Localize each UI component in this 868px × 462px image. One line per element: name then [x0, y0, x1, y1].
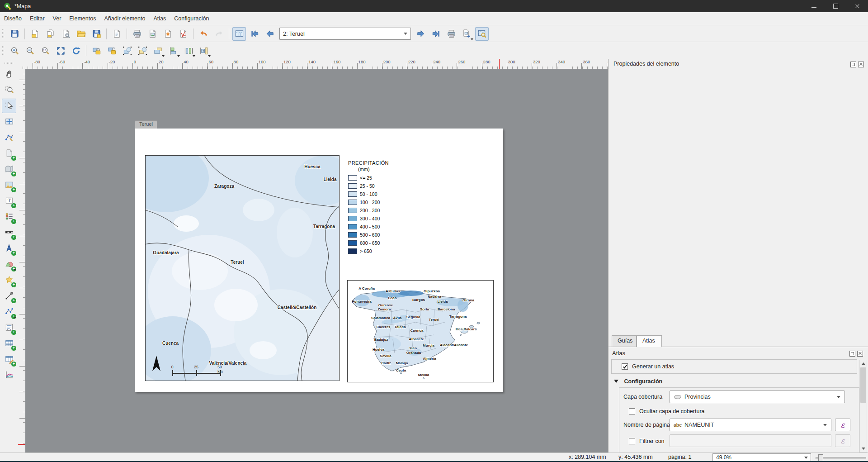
- menu-configuración[interactable]: Configuración: [170, 14, 213, 24]
- filter-input[interactable]: [670, 434, 831, 447]
- export-image-button[interactable]: [146, 27, 159, 41]
- toolbar-grip[interactable]: [2, 46, 5, 56]
- atlas-settings-button[interactable]: [475, 27, 489, 41]
- pan-tool-button[interactable]: [2, 67, 16, 81]
- scrollbar-thumb[interactable]: [860, 367, 866, 403]
- coverage-layer-combo[interactable]: Provincias: [670, 391, 845, 403]
- zoom-out-button[interactable]: [23, 44, 37, 57]
- layout-page[interactable]: HuescaLleidaZaragozaTarragonaGuadalajara…: [135, 129, 503, 392]
- refresh-button[interactable]: [69, 44, 83, 57]
- raise-items-button[interactable]: [151, 44, 165, 57]
- add-arrow-tool-button[interactable]: +: [2, 289, 16, 303]
- panel-close-icon[interactable]: [858, 62, 864, 67]
- add-marker-tool-button[interactable]: +: [2, 273, 16, 287]
- align-items-button[interactable]: [166, 44, 180, 57]
- scroll-down-icon[interactable]: [860, 445, 867, 452]
- unlock-items-button[interactable]: [105, 44, 118, 57]
- print-atlas-button[interactable]: [444, 27, 458, 41]
- add-scalebar-tool-button[interactable]: +: [2, 225, 16, 240]
- legend-class-row: 600 - 650: [348, 239, 411, 247]
- zoom-in-button[interactable]: [8, 44, 21, 57]
- add-elevation-profile-tool-button[interactable]: [2, 368, 16, 382]
- ungroup-items-button[interactable]: [136, 44, 149, 57]
- close-icon: [855, 4, 860, 9]
- add-page-tool-button[interactable]: +: [2, 146, 16, 161]
- close-button[interactable]: [846, 0, 868, 12]
- toolbar-grip[interactable]: [4, 62, 14, 64]
- atlas-next-button[interactable]: [414, 27, 427, 41]
- add-map-tool-button[interactable]: +: [2, 162, 16, 176]
- filter-expression-button[interactable]: ε: [835, 434, 850, 447]
- menu-añadir-elemento[interactable]: Añadir elemento: [100, 14, 149, 24]
- generate-atlas-checkbox[interactable]: [622, 363, 628, 370]
- layout-manager-button[interactable]: [59, 27, 72, 41]
- add-badge-icon: +: [11, 155, 17, 161]
- select-move-item-tool-button[interactable]: [2, 99, 16, 113]
- layout-canvas[interactable]: Teruel: [25, 69, 608, 452]
- filter-checkbox[interactable]: [629, 438, 635, 444]
- zoom-actual-button[interactable]: 1:1: [38, 44, 52, 57]
- add-legend-tool-button[interactable]: +: [2, 210, 16, 224]
- config-section-header[interactable]: Configuración: [614, 378, 662, 385]
- menu-editar[interactable]: Editar: [26, 14, 49, 24]
- duplicate-layout-button[interactable]: [43, 27, 57, 41]
- move-item-content-tool-button[interactable]: [2, 114, 16, 129]
- atlas-prev-button[interactable]: [263, 27, 277, 41]
- hide-coverage-checkbox[interactable]: [629, 408, 635, 414]
- new-layout-button[interactable]: [28, 27, 42, 41]
- minimize-button[interactable]: [803, 0, 825, 12]
- redo-button[interactable]: [212, 27, 226, 41]
- save-project-button[interactable]: [8, 27, 21, 41]
- tab-atlas[interactable]: Atlas: [637, 335, 662, 347]
- add-node-item-tool-button[interactable]: +: [2, 305, 16, 319]
- add-attribute-table-tool-button[interactable]: +: [2, 336, 16, 351]
- atlas-close-icon[interactable]: [857, 351, 863, 357]
- distribute-items-button[interactable]: [182, 44, 195, 57]
- undo-button[interactable]: [197, 27, 210, 41]
- zoom-slider-handle[interactable]: [818, 454, 823, 462]
- open-layout-button[interactable]: [74, 27, 88, 41]
- menu-diseño[interactable]: Diseño: [0, 14, 26, 24]
- save-as-template-button[interactable]: [90, 27, 103, 41]
- legend-item[interactable]: PRECIPITACIÓN (mm) <= 2525 - 5050 - 1001…: [348, 160, 411, 255]
- group-items-button[interactable]: [120, 44, 134, 57]
- page-name-combo[interactable]: abc NAMEUNIT: [670, 419, 831, 431]
- export-svg-button[interactable]: [161, 27, 175, 41]
- menu-elementos[interactable]: Elementos: [65, 14, 100, 24]
- add-html-tool-button[interactable]: +: [2, 320, 16, 335]
- add-label-tool-button[interactable]: T+: [2, 194, 16, 208]
- zoom-level-combo[interactable]: 49.0%: [712, 453, 811, 462]
- menu-ver[interactable]: Ver: [49, 14, 66, 24]
- resize-items-button[interactable]: [197, 44, 211, 57]
- abc-field-type-icon: abc: [674, 422, 682, 428]
- atlas-first-button[interactable]: [248, 27, 261, 41]
- overview-map-item[interactable]: A CoruñaAsturiasGipuzkoaNavarraLeónBurgo…: [347, 280, 494, 382]
- main-map-item[interactable]: HuescaLleidaZaragozaTarragonaGuadalajara…: [145, 155, 340, 381]
- page-name-expression-button[interactable]: ε: [835, 419, 850, 431]
- atlas-feature-combo[interactable]: 2: Teruel: [279, 28, 411, 40]
- tab-guias[interactable]: Guías: [612, 335, 637, 347]
- print-button[interactable]: [130, 27, 144, 41]
- scroll-up-icon[interactable]: [860, 360, 867, 367]
- add-north-arrow-tool-button[interactable]: +: [2, 241, 16, 256]
- edit-nodes-item-tool-button[interactable]: [2, 130, 16, 145]
- add-items-from-template-button[interactable]: [110, 27, 123, 41]
- panel-scrollbar[interactable]: [859, 360, 867, 452]
- atlas-preview-button[interactable]: [232, 27, 246, 41]
- add-shape-tool-button[interactable]: +: [2, 257, 16, 271]
- add-fixed-table-tool-button[interactable]: +: [2, 352, 16, 367]
- generate-atlas-label: Generar un atlas: [632, 363, 674, 370]
- atlas-page-tab: Teruel: [135, 120, 157, 129]
- export-pdf-button[interactable]: [176, 27, 190, 41]
- maximize-button[interactable]: [825, 0, 846, 12]
- zoom-full-button[interactable]: [54, 44, 67, 57]
- panel-float-icon[interactable]: [850, 62, 856, 67]
- atlas-float-icon[interactable]: [849, 351, 855, 357]
- add-picture-tool-button[interactable]: +: [2, 178, 16, 192]
- toolbar-grip[interactable]: [2, 29, 5, 39]
- menu-atlas[interactable]: Atlas: [149, 14, 170, 24]
- zoom-tool-button[interactable]: [2, 83, 16, 97]
- export-atlas-button[interactable]: [460, 27, 473, 41]
- lock-items-button[interactable]: [90, 44, 103, 57]
- atlas-last-button[interactable]: [429, 27, 443, 41]
